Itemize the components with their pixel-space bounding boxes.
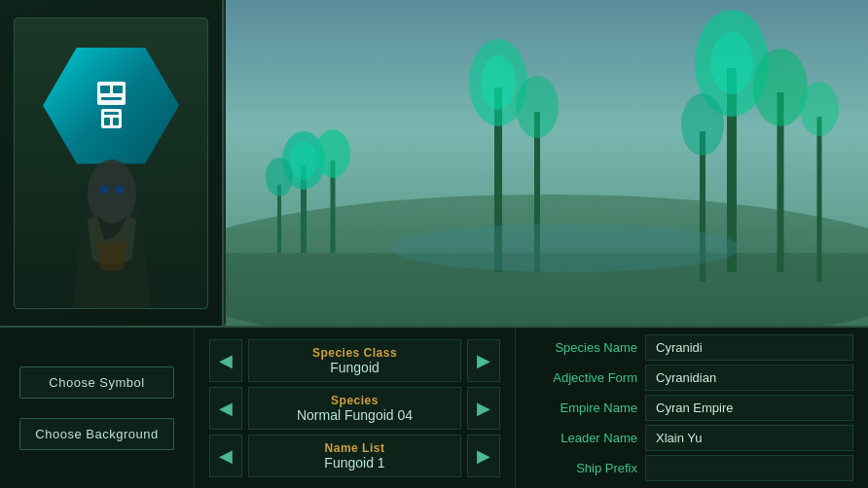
choose-background-button[interactable]: Choose Background xyxy=(19,418,174,450)
adjective-form-row: Adjective Form xyxy=(530,365,853,391)
species-name-row: Species Name xyxy=(530,334,853,361)
ship-prefix-row: Ship Prefix xyxy=(530,455,853,481)
bottom-section: Choose Symbol Choose Background ◀ Specie… xyxy=(0,326,868,488)
species-class-value: Fungoid xyxy=(330,360,380,375)
ship-prefix-input[interactable] xyxy=(645,455,853,481)
species-selector: Species Normal Fungoid 04 xyxy=(248,387,461,430)
species-class-row: ◀ Species Class Fungoid ▶ xyxy=(209,339,500,382)
svg-point-10 xyxy=(115,186,125,193)
species-class-label: Species Class xyxy=(312,346,397,360)
species-name-input[interactable] xyxy=(645,334,853,361)
species-class-next-button[interactable]: ▶ xyxy=(467,339,500,382)
species-value: Normal Fungoid 04 xyxy=(297,407,413,423)
name-list-value: Fungoid 1 xyxy=(324,455,384,471)
svg-rect-5 xyxy=(104,112,119,115)
portrait-inner xyxy=(14,17,208,309)
species-row: ◀ Species Normal Fungoid 04 ▶ xyxy=(209,387,500,430)
svg-rect-6 xyxy=(104,118,110,125)
empire-name-input[interactable] xyxy=(645,395,853,421)
svg-rect-35 xyxy=(226,0,868,326)
leader-name-input[interactable] xyxy=(645,425,853,451)
leader-name-row: Leader Name xyxy=(530,425,853,451)
species-label: Species xyxy=(331,394,379,407)
character-area xyxy=(15,133,207,308)
svg-point-9 xyxy=(99,186,109,193)
svg-rect-2 xyxy=(113,86,123,93)
right-fields-panel: Species Name Adjective Form Empire Name … xyxy=(516,328,868,488)
svg-point-36 xyxy=(391,224,741,272)
name-list-row: ◀ Name List Fungoid 1 ▶ xyxy=(209,435,500,477)
species-prev-button[interactable]: ◀ xyxy=(209,387,242,430)
choose-symbol-button[interactable]: Choose Symbol xyxy=(19,366,174,399)
name-list-next-button[interactable]: ▶ xyxy=(467,435,500,477)
top-section xyxy=(0,0,868,326)
ship-prefix-label: Ship Prefix xyxy=(530,461,637,475)
left-buttons-panel: Choose Symbol Choose Background xyxy=(0,328,195,488)
species-class-prev-button[interactable]: ◀ xyxy=(209,339,242,382)
symbol-icon xyxy=(80,74,143,137)
adjective-form-input[interactable] xyxy=(645,365,853,391)
name-list-label: Name List xyxy=(325,441,385,455)
svg-rect-1 xyxy=(100,86,110,93)
adjective-form-label: Adjective Form xyxy=(530,370,637,385)
middle-selectors-panel: ◀ Species Class Fungoid ▶ ◀ Species Norm… xyxy=(195,328,516,488)
svg-rect-7 xyxy=(113,118,119,125)
name-list-selector: Name List Fungoid 1 xyxy=(248,435,461,477)
species-name-label: Species Name xyxy=(530,340,637,355)
species-next-button[interactable]: ▶ xyxy=(467,387,500,430)
empire-name-label: Empire Name xyxy=(530,401,637,415)
leader-name-label: Leader Name xyxy=(530,431,637,445)
landscape-scene xyxy=(226,0,868,326)
empire-name-row: Empire Name xyxy=(530,395,853,421)
character-silhouette xyxy=(15,133,208,308)
name-list-prev-button[interactable]: ◀ xyxy=(209,435,242,477)
species-class-selector: Species Class Fungoid xyxy=(248,339,461,382)
scene-panel xyxy=(226,0,868,326)
svg-point-8 xyxy=(88,159,136,227)
svg-rect-3 xyxy=(101,97,122,100)
portrait-panel xyxy=(0,0,224,326)
